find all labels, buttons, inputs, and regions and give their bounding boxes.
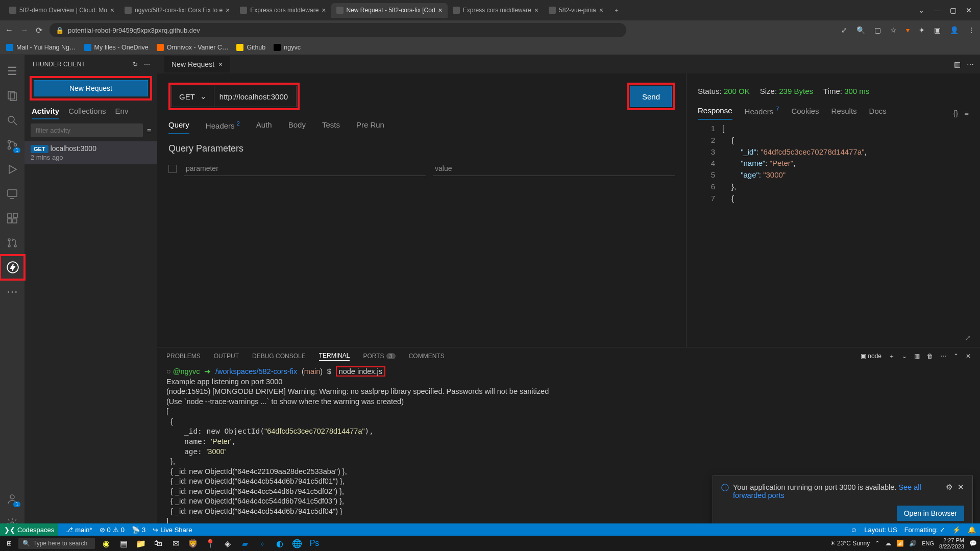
- expand-icon[interactable]: ⤢: [965, 334, 971, 342]
- explorer-icon[interactable]: [0, 84, 24, 108]
- menu-icon[interactable]: ☰: [0, 59, 24, 84]
- close-icon[interactable]: ×: [534, 6, 538, 14]
- bookmark-item[interactable]: My files - OneDrive: [84, 44, 149, 51]
- chevron-down-icon[interactable]: ⌄: [902, 353, 907, 360]
- filter-activity-input[interactable]: [31, 123, 143, 137]
- file-explorer-icon[interactable]: 📁: [134, 536, 148, 550]
- tab-auth[interactable]: Auth: [256, 120, 272, 134]
- braces-icon[interactable]: {}: [953, 109, 958, 117]
- tab-output[interactable]: OUTPUT: [214, 353, 239, 360]
- photoshop-icon[interactable]: Ps: [307, 536, 322, 550]
- address-field[interactable]: 🔒 potential-robot-9r9459q5xpx3pxrq.githu…: [50, 23, 626, 37]
- more-icon[interactable]: ⋯: [940, 353, 946, 360]
- start-button[interactable]: ⊞: [0, 540, 18, 547]
- maps-icon[interactable]: 📍: [203, 536, 217, 550]
- sb-feedback[interactable]: ☺: [850, 526, 857, 534]
- bookmark-item[interactable]: Omnivox - Vanier C…: [157, 44, 229, 51]
- close-icon[interactable]: ✕: [966, 353, 971, 360]
- close-icon[interactable]: ×: [218, 60, 223, 68]
- thunder-client-icon[interactable]: [0, 255, 24, 280]
- chevron-down-icon[interactable]: ⌄: [918, 6, 924, 14]
- response-body[interactable]: 1[ 2 { 3 "_id": "64dfcd5c3cec70278d14477…: [698, 123, 969, 204]
- close-icon[interactable]: ×: [599, 6, 603, 14]
- store-icon[interactable]: 🛍: [151, 536, 165, 550]
- tray-onedrive-icon[interactable]: ☁: [885, 540, 891, 547]
- editor-tab[interactable]: New Request×: [164, 56, 230, 72]
- search-icon[interactable]: [0, 108, 24, 133]
- refresh-icon[interactable]: ↻: [133, 61, 138, 68]
- sb-ports[interactable]: 📡 3: [132, 526, 145, 534]
- browser-tab[interactable]: Express cors middleware×: [235, 3, 331, 18]
- notifications-icon[interactable]: 💬: [969, 540, 977, 547]
- brave-icon[interactable]: 🦁: [186, 536, 200, 550]
- maximize-icon[interactable]: ▢: [950, 6, 957, 14]
- bookmark-item[interactable]: Mail - Yui Hang Ng…: [6, 44, 76, 51]
- sb-formatting[interactable]: Formatting: ✓: [904, 526, 945, 534]
- tab-terminal[interactable]: TERMINAL: [319, 352, 350, 361]
- tab-env[interactable]: Env: [115, 107, 129, 119]
- sort-icon[interactable]: ≡: [147, 127, 151, 135]
- close-icon[interactable]: ×: [226, 6, 230, 14]
- url-input[interactable]: [214, 86, 296, 107]
- minimize-icon[interactable]: —: [934, 6, 941, 14]
- close-icon[interactable]: ×: [110, 6, 114, 14]
- param-name-input[interactable]: parameter: [184, 161, 426, 176]
- forward-icon[interactable]: →: [20, 26, 29, 35]
- tab-query[interactable]: Query: [168, 120, 189, 134]
- tray-lang[interactable]: ENG: [922, 540, 934, 546]
- close-icon[interactable]: ✕: [966, 6, 972, 14]
- tab-cookies[interactable]: Cookies: [791, 107, 819, 119]
- new-request-button[interactable]: New Request: [34, 80, 148, 96]
- tab-headers[interactable]: Headers 2: [206, 120, 240, 134]
- chrome-icon[interactable]: 🌐: [290, 536, 304, 550]
- split-terminal-icon[interactable]: ▥: [914, 353, 920, 360]
- bookmark-icon[interactable]: ☆: [890, 26, 897, 34]
- trash-icon[interactable]: 🗑: [927, 353, 933, 360]
- tab-activity[interactable]: Activity: [32, 107, 59, 119]
- tab-debug-console[interactable]: DEBUG CONSOLE: [252, 353, 306, 360]
- browser-tab[interactable]: ngyvc/582-cors-fix: Cors Fix to e×: [119, 3, 235, 18]
- accounts-icon[interactable]: 1: [0, 487, 24, 511]
- browser-tab-active[interactable]: New Request - 582-cors-fix [Cod×: [331, 3, 448, 18]
- brave-icon[interactable]: ▾: [906, 26, 910, 34]
- close-icon[interactable]: ×: [438, 6, 443, 14]
- browser-tab[interactable]: Express cors middleware×: [448, 3, 544, 18]
- profile-icon[interactable]: 👤: [950, 26, 959, 34]
- weather-widget[interactable]: ☀ 23°C Sunny: [830, 540, 870, 547]
- tab-comments[interactable]: COMMENTS: [409, 353, 445, 360]
- gear-icon[interactable]: ⚙: [946, 483, 952, 491]
- extensions-icon[interactable]: [0, 206, 24, 231]
- run-debug-icon[interactable]: [0, 157, 24, 182]
- tray-chevron-icon[interactable]: ⌃: [875, 540, 880, 547]
- bookmark-item[interactable]: ngyvc: [274, 44, 301, 51]
- extensions-icon[interactable]: ✦: [919, 26, 925, 34]
- install-icon[interactable]: ⤢: [841, 26, 847, 34]
- task-view-icon[interactable]: ▤: [116, 536, 131, 550]
- taskbar-clock[interactable]: 2:27 PM8/22/2023: [939, 537, 964, 549]
- sb-layout[interactable]: Layout: US: [864, 526, 897, 534]
- taskbar-search[interactable]: 🔍Type here to search: [18, 538, 95, 549]
- tray-volume-icon[interactable]: 🔊: [909, 540, 917, 547]
- menu-icon[interactable]: ⋮: [968, 26, 975, 34]
- reload-icon[interactable]: ⟳: [36, 26, 42, 35]
- bookmark-item[interactable]: Github: [236, 44, 265, 51]
- zoom-icon[interactable]: 🔍: [856, 26, 865, 34]
- tab-body[interactable]: Body: [288, 120, 306, 134]
- browser-tab[interactable]: 582-demo Overview | Cloud: Mo×: [4, 3, 119, 18]
- vscode-icon[interactable]: ⬨: [255, 536, 270, 550]
- sb-prettier-icon[interactable]: ⚡: [952, 526, 961, 534]
- tab-resp-headers[interactable]: Headers 7: [745, 106, 779, 120]
- tab-collections[interactable]: Collections: [68, 107, 106, 119]
- sb-errors[interactable]: ⊘ 0 ⚠ 0: [100, 526, 125, 534]
- tab-problems[interactable]: PROBLEMS: [166, 353, 201, 360]
- edge-icon[interactable]: ◐: [273, 536, 287, 550]
- readinglist-icon[interactable]: ▢: [874, 26, 881, 34]
- split-editor-icon[interactable]: ▥: [954, 60, 961, 68]
- terminal-kind[interactable]: ▣ node: [861, 353, 881, 360]
- tab-response[interactable]: Response: [698, 106, 732, 120]
- method-select[interactable]: GET⌄: [172, 86, 214, 107]
- browser-tab[interactable]: 582-vue-pinia×: [544, 3, 608, 18]
- chevron-up-icon[interactable]: ⌃: [953, 353, 959, 360]
- cortana-icon[interactable]: ◉: [99, 536, 113, 550]
- sb-codespaces[interactable]: ❯❮ Codespaces: [0, 523, 58, 536]
